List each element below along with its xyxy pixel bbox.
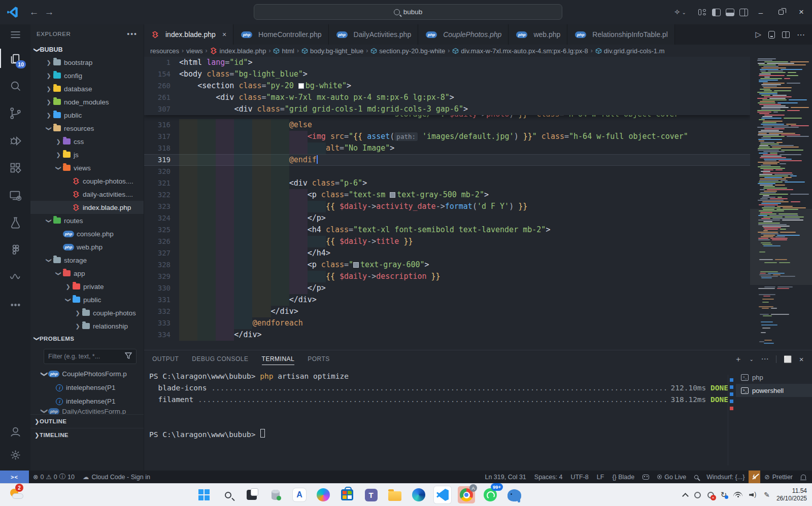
prettier-status[interactable]: ⊘Prettier	[760, 471, 797, 483]
tree-item-private[interactable]: ❯private	[30, 280, 144, 293]
outline-header[interactable]: ❯OUTLINE	[30, 414, 144, 428]
problem-row[interactable]: iintelephense(P1	[30, 394, 144, 408]
eol[interactable]: LF	[593, 471, 608, 483]
problem-row[interactable]: iintelephense(P1	[30, 381, 144, 394]
account-icon[interactable]	[0, 420, 30, 443]
tray-sync-icon[interactable]: ↻	[721, 490, 727, 499]
open-changes-icon[interactable]	[768, 31, 775, 39]
tab-index-blade-php[interactable]: index.blade.php×	[144, 24, 233, 45]
problems-filter-input[interactable]: Filter (e.g. text, *...	[44, 349, 137, 364]
run-button[interactable]: ▷	[755, 30, 761, 39]
tree-item-app[interactable]: ❯app	[30, 267, 144, 280]
minimize-button[interactable]: –	[753, 5, 768, 20]
encoding[interactable]: UTF-8	[566, 471, 592, 483]
explorer-more-actions-icon[interactable]: •••	[127, 30, 138, 38]
terminal-dropdown-chevron[interactable]: ⌄	[750, 356, 754, 362]
panel-tab-terminal[interactable]: TERMINAL	[262, 350, 295, 368]
clock[interactable]: 11.54 26/10/2025	[776, 487, 807, 502]
breadcrumb-item[interactable]: views	[186, 47, 203, 55]
taskbar-app-whatsapp[interactable]: 99+	[482, 486, 499, 503]
taskbar-app-store[interactable]	[339, 486, 356, 503]
maximize-panel-icon[interactable]: ⬜	[784, 355, 792, 363]
taskbar-app-database[interactable]	[267, 486, 284, 503]
tree-item-console-php[interactable]: phpconsole.php	[30, 227, 144, 240]
explorer-icon[interactable]: 10	[0, 45, 30, 72]
more-actions-icon[interactable]: ⋯	[797, 30, 805, 40]
tray-ring-icon[interactable]	[694, 492, 701, 498]
taskbar-app-vscode[interactable]	[434, 486, 451, 503]
tree-item-node-modules[interactable]: ❯node_modules	[30, 95, 144, 109]
terminal-entry-powershell[interactable]: >_powershell	[736, 384, 812, 397]
taskbar-app-copilot[interactable]	[315, 486, 332, 503]
problem-row[interactable]: ❯phpCouplePhotosForm.p	[30, 367, 144, 381]
tree-item-public[interactable]: ❯public	[30, 293, 144, 306]
timeline-header[interactable]: ❯TIMELINE	[30, 428, 144, 442]
breadcrumb-item[interactable]: body.bg-light_blue	[301, 47, 363, 55]
restore-button[interactable]	[773, 5, 789, 20]
split-editor-icon[interactable]	[782, 31, 790, 38]
tree-item-views[interactable]: ❯views	[30, 161, 144, 174]
panel-tab-ports[interactable]: PORTS	[308, 350, 330, 368]
cursor-position[interactable]: Ln 319, Col 31	[481, 471, 530, 483]
breadcrumb-item[interactable]: div.max-w-7xl.mx-auto.px-4.sm:px-6.lg:px…	[452, 47, 588, 55]
close-icon[interactable]: ×	[222, 30, 226, 39]
toggle-secondary-sidebar-icon[interactable]	[739, 9, 748, 16]
pen-icon[interactable]: ✎	[764, 491, 770, 499]
tree-item-js[interactable]: ❯js	[30, 148, 144, 161]
breadcrumb-item[interactable]: html	[273, 47, 294, 55]
tree-item-public[interactable]: ❯public	[30, 109, 144, 122]
breadcrumb-item[interactable]: section.py-20.bg-white	[370, 47, 445, 55]
close-panel-icon[interactable]: ×	[799, 355, 804, 364]
panel-tab-debug-console[interactable]: DEBUG CONSOLE	[192, 350, 248, 368]
volume-icon[interactable]	[749, 492, 757, 498]
hidden-icons-chevron[interactable]	[682, 493, 689, 499]
language-mode[interactable]: {} Blade	[608, 471, 638, 483]
copilot-sparkle-icon[interactable]: ✧⌄	[674, 8, 686, 17]
more-actions-icon[interactable]: ⋯	[761, 354, 769, 364]
windsurf-wave-icon[interactable]	[0, 264, 30, 291]
taskbar-app-teams[interactable]: T	[362, 486, 380, 503]
copilot-status-icon[interactable]	[638, 471, 653, 483]
taskbar-app-edge[interactable]	[410, 486, 427, 503]
command-search-box[interactable]: bubub	[254, 4, 562, 20]
tree-item-database[interactable]: ❯database	[30, 82, 144, 95]
settings-gear-icon[interactable]	[0, 443, 30, 466]
breadcrumb-item[interactable]: index.blade.php	[210, 47, 266, 55]
search-icon[interactable]	[0, 72, 30, 99]
new-terminal-button[interactable]: ＋	[734, 354, 742, 364]
tree-item-routes[interactable]: ❯routes	[30, 214, 144, 227]
notifications-bell[interactable]	[797, 471, 812, 483]
toggle-sidebar-icon[interactable]	[712, 9, 721, 16]
workspace-root[interactable]: ❯ BUBUB	[30, 44, 144, 56]
tree-item-couple-photos[interactable]: ❯couple-photos	[30, 306, 144, 319]
wifi-icon[interactable]	[733, 492, 742, 498]
breadcrumb-item[interactable]: resources	[150, 47, 179, 55]
tree-item-bootstrap[interactable]: ❯bootstrap	[30, 56, 144, 69]
tab-relationshipinfotable-pl[interactable]: phpRelationshipInfoTable.pl	[567, 24, 675, 45]
taskbar-app-designer[interactable]: A	[291, 486, 308, 503]
terminal-output[interactable]: PS C:\laragon\www\bubub> php artisan opt…	[149, 371, 728, 471]
extensions-icon[interactable]	[0, 154, 30, 182]
minimap[interactable]	[750, 57, 812, 350]
tree-item-storage[interactable]: ❯storage	[30, 254, 144, 267]
cloud-code-signin[interactable]: ☁ Cloud Code - Sign in	[79, 471, 154, 483]
tree-item-daily-activities-[interactable]: daily-activities....	[30, 188, 144, 201]
problems-header[interactable]: ❯PROBLEMS	[30, 333, 144, 345]
taskbar-app-search[interactable]	[219, 486, 236, 503]
run-debug-icon[interactable]	[0, 127, 30, 154]
tab-couplephotos-php[interactable]: phpCouplePhotos.php	[418, 24, 509, 45]
back-button[interactable]: ←	[26, 7, 42, 18]
remote-indicator[interactable]: ><	[0, 471, 29, 483]
menu-icon[interactable]	[0, 24, 30, 45]
tab-dailyactivities-php[interactable]: phpDailyActivities.php	[329, 24, 419, 45]
indentation[interactable]: Spaces: 4	[530, 471, 567, 483]
forward-button[interactable]: →	[42, 7, 57, 18]
tree-item-relationship[interactable]: ❯relationship	[30, 319, 144, 333]
customize-layout-icon[interactable]	[698, 9, 707, 16]
taskbar-app-taskview[interactable]	[243, 486, 260, 503]
panel-tab-output[interactable]: OUTPUT	[152, 350, 179, 368]
taskbar-app-start[interactable]	[195, 486, 213, 503]
close-button[interactable]: ×	[794, 5, 809, 20]
format-toggle[interactable]: ϟ	[749, 471, 760, 483]
breadcrumb-item[interactable]: div.grid.grid-cols-1.m	[595, 47, 665, 55]
